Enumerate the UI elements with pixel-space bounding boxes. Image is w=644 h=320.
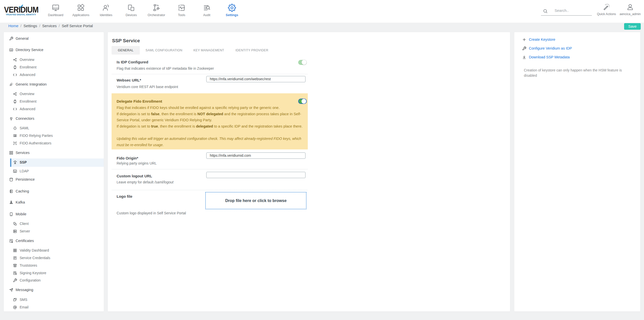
svg-text:AD: AD — [10, 49, 12, 51]
